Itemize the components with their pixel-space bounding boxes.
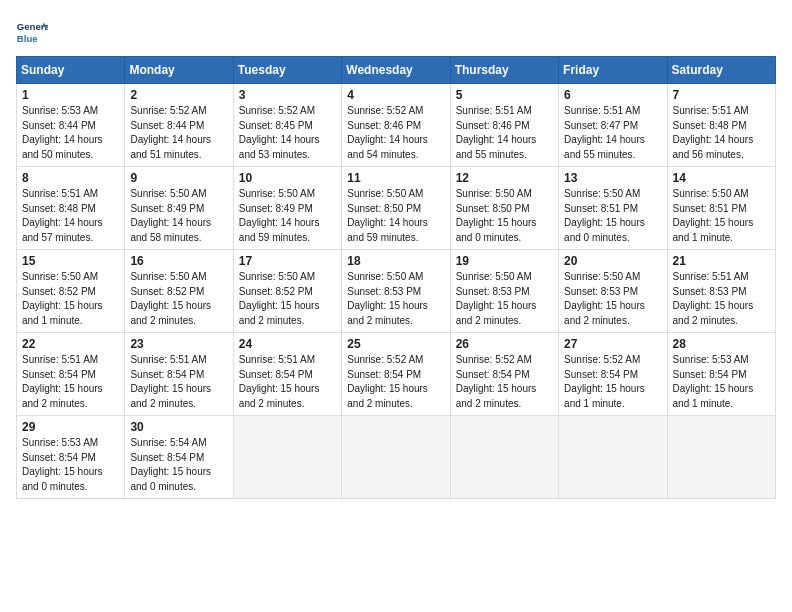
day-info: Sunrise: 5:51 AMSunset: 8:54 PMDaylight:… <box>239 354 320 409</box>
day-number: 5 <box>456 88 553 102</box>
calendar-cell: 29 Sunrise: 5:53 AMSunset: 8:54 PMDaylig… <box>17 416 125 499</box>
calendar-cell: 12 Sunrise: 5:50 AMSunset: 8:50 PMDaylig… <box>450 167 558 250</box>
weekday-header-wednesday: Wednesday <box>342 57 450 84</box>
week-row-1: 1 Sunrise: 5:53 AMSunset: 8:44 PMDayligh… <box>17 84 776 167</box>
day-number: 21 <box>673 254 770 268</box>
day-number: 19 <box>456 254 553 268</box>
weekday-header-tuesday: Tuesday <box>233 57 341 84</box>
day-number: 8 <box>22 171 119 185</box>
day-number: 25 <box>347 337 444 351</box>
calendar-cell <box>342 416 450 499</box>
day-number: 1 <box>22 88 119 102</box>
logo: GeneralBlue <box>16 16 48 48</box>
day-info: Sunrise: 5:50 AMSunset: 8:52 PMDaylight:… <box>239 271 320 326</box>
calendar-cell: 11 Sunrise: 5:50 AMSunset: 8:50 PMDaylig… <box>342 167 450 250</box>
day-info: Sunrise: 5:53 AMSunset: 8:44 PMDaylight:… <box>22 105 103 160</box>
calendar-cell <box>559 416 667 499</box>
day-number: 13 <box>564 171 661 185</box>
day-info: Sunrise: 5:52 AMSunset: 8:54 PMDaylight:… <box>347 354 428 409</box>
calendar-cell: 9 Sunrise: 5:50 AMSunset: 8:49 PMDayligh… <box>125 167 233 250</box>
day-info: Sunrise: 5:52 AMSunset: 8:45 PMDaylight:… <box>239 105 320 160</box>
day-number: 7 <box>673 88 770 102</box>
calendar-cell: 3 Sunrise: 5:52 AMSunset: 8:45 PMDayligh… <box>233 84 341 167</box>
calendar-cell: 22 Sunrise: 5:51 AMSunset: 8:54 PMDaylig… <box>17 333 125 416</box>
weekday-header-row: SundayMondayTuesdayWednesdayThursdayFrid… <box>17 57 776 84</box>
day-number: 14 <box>673 171 770 185</box>
day-info: Sunrise: 5:50 AMSunset: 8:50 PMDaylight:… <box>456 188 537 243</box>
day-info: Sunrise: 5:50 AMSunset: 8:52 PMDaylight:… <box>22 271 103 326</box>
day-info: Sunrise: 5:51 AMSunset: 8:48 PMDaylight:… <box>22 188 103 243</box>
day-info: Sunrise: 5:52 AMSunset: 8:54 PMDaylight:… <box>564 354 645 409</box>
calendar-cell: 27 Sunrise: 5:52 AMSunset: 8:54 PMDaylig… <box>559 333 667 416</box>
day-info: Sunrise: 5:51 AMSunset: 8:53 PMDaylight:… <box>673 271 754 326</box>
day-info: Sunrise: 5:50 AMSunset: 8:49 PMDaylight:… <box>130 188 211 243</box>
day-number: 4 <box>347 88 444 102</box>
day-number: 2 <box>130 88 227 102</box>
calendar-cell: 23 Sunrise: 5:51 AMSunset: 8:54 PMDaylig… <box>125 333 233 416</box>
day-info: Sunrise: 5:50 AMSunset: 8:52 PMDaylight:… <box>130 271 211 326</box>
day-number: 20 <box>564 254 661 268</box>
day-info: Sunrise: 5:51 AMSunset: 8:54 PMDaylight:… <box>22 354 103 409</box>
calendar-cell: 30 Sunrise: 5:54 AMSunset: 8:54 PMDaylig… <box>125 416 233 499</box>
day-number: 15 <box>22 254 119 268</box>
calendar-cell: 18 Sunrise: 5:50 AMSunset: 8:53 PMDaylig… <box>342 250 450 333</box>
calendar-cell: 5 Sunrise: 5:51 AMSunset: 8:46 PMDayligh… <box>450 84 558 167</box>
calendar-cell: 8 Sunrise: 5:51 AMSunset: 8:48 PMDayligh… <box>17 167 125 250</box>
svg-text:Blue: Blue <box>17 33 38 44</box>
calendar-cell <box>233 416 341 499</box>
calendar-table: SundayMondayTuesdayWednesdayThursdayFrid… <box>16 56 776 499</box>
day-info: Sunrise: 5:53 AMSunset: 8:54 PMDaylight:… <box>673 354 754 409</box>
day-info: Sunrise: 5:50 AMSunset: 8:53 PMDaylight:… <box>564 271 645 326</box>
calendar-cell: 16 Sunrise: 5:50 AMSunset: 8:52 PMDaylig… <box>125 250 233 333</box>
calendar-cell: 2 Sunrise: 5:52 AMSunset: 8:44 PMDayligh… <box>125 84 233 167</box>
calendar-cell: 28 Sunrise: 5:53 AMSunset: 8:54 PMDaylig… <box>667 333 775 416</box>
calendar-cell: 21 Sunrise: 5:51 AMSunset: 8:53 PMDaylig… <box>667 250 775 333</box>
day-info: Sunrise: 5:50 AMSunset: 8:53 PMDaylight:… <box>456 271 537 326</box>
calendar-cell: 19 Sunrise: 5:50 AMSunset: 8:53 PMDaylig… <box>450 250 558 333</box>
day-number: 16 <box>130 254 227 268</box>
day-info: Sunrise: 5:51 AMSunset: 8:54 PMDaylight:… <box>130 354 211 409</box>
day-number: 29 <box>22 420 119 434</box>
day-info: Sunrise: 5:51 AMSunset: 8:46 PMDaylight:… <box>456 105 537 160</box>
day-number: 6 <box>564 88 661 102</box>
calendar-cell: 15 Sunrise: 5:50 AMSunset: 8:52 PMDaylig… <box>17 250 125 333</box>
calendar-cell: 10 Sunrise: 5:50 AMSunset: 8:49 PMDaylig… <box>233 167 341 250</box>
day-info: Sunrise: 5:53 AMSunset: 8:54 PMDaylight:… <box>22 437 103 492</box>
week-row-4: 22 Sunrise: 5:51 AMSunset: 8:54 PMDaylig… <box>17 333 776 416</box>
calendar-cell: 1 Sunrise: 5:53 AMSunset: 8:44 PMDayligh… <box>17 84 125 167</box>
day-number: 27 <box>564 337 661 351</box>
day-info: Sunrise: 5:50 AMSunset: 8:49 PMDaylight:… <box>239 188 320 243</box>
calendar-cell: 7 Sunrise: 5:51 AMSunset: 8:48 PMDayligh… <box>667 84 775 167</box>
calendar-cell: 26 Sunrise: 5:52 AMSunset: 8:54 PMDaylig… <box>450 333 558 416</box>
calendar-cell: 4 Sunrise: 5:52 AMSunset: 8:46 PMDayligh… <box>342 84 450 167</box>
day-info: Sunrise: 5:50 AMSunset: 8:51 PMDaylight:… <box>564 188 645 243</box>
day-info: Sunrise: 5:50 AMSunset: 8:53 PMDaylight:… <box>347 271 428 326</box>
calendar-cell: 20 Sunrise: 5:50 AMSunset: 8:53 PMDaylig… <box>559 250 667 333</box>
weekday-header-monday: Monday <box>125 57 233 84</box>
day-info: Sunrise: 5:52 AMSunset: 8:46 PMDaylight:… <box>347 105 428 160</box>
week-row-3: 15 Sunrise: 5:50 AMSunset: 8:52 PMDaylig… <box>17 250 776 333</box>
day-number: 26 <box>456 337 553 351</box>
calendar-cell: 24 Sunrise: 5:51 AMSunset: 8:54 PMDaylig… <box>233 333 341 416</box>
day-number: 3 <box>239 88 336 102</box>
day-info: Sunrise: 5:54 AMSunset: 8:54 PMDaylight:… <box>130 437 211 492</box>
day-number: 18 <box>347 254 444 268</box>
day-info: Sunrise: 5:50 AMSunset: 8:50 PMDaylight:… <box>347 188 428 243</box>
day-number: 22 <box>22 337 119 351</box>
day-number: 9 <box>130 171 227 185</box>
day-number: 23 <box>130 337 227 351</box>
page-header: GeneralBlue <box>16 16 776 48</box>
weekday-header-sunday: Sunday <box>17 57 125 84</box>
day-info: Sunrise: 5:52 AMSunset: 8:44 PMDaylight:… <box>130 105 211 160</box>
day-number: 11 <box>347 171 444 185</box>
week-row-5: 29 Sunrise: 5:53 AMSunset: 8:54 PMDaylig… <box>17 416 776 499</box>
calendar-cell: 13 Sunrise: 5:50 AMSunset: 8:51 PMDaylig… <box>559 167 667 250</box>
day-info: Sunrise: 5:50 AMSunset: 8:51 PMDaylight:… <box>673 188 754 243</box>
weekday-header-thursday: Thursday <box>450 57 558 84</box>
calendar-cell <box>450 416 558 499</box>
calendar-cell: 6 Sunrise: 5:51 AMSunset: 8:47 PMDayligh… <box>559 84 667 167</box>
day-info: Sunrise: 5:51 AMSunset: 8:47 PMDaylight:… <box>564 105 645 160</box>
calendar-cell: 17 Sunrise: 5:50 AMSunset: 8:52 PMDaylig… <box>233 250 341 333</box>
calendar-cell: 14 Sunrise: 5:50 AMSunset: 8:51 PMDaylig… <box>667 167 775 250</box>
day-info: Sunrise: 5:52 AMSunset: 8:54 PMDaylight:… <box>456 354 537 409</box>
